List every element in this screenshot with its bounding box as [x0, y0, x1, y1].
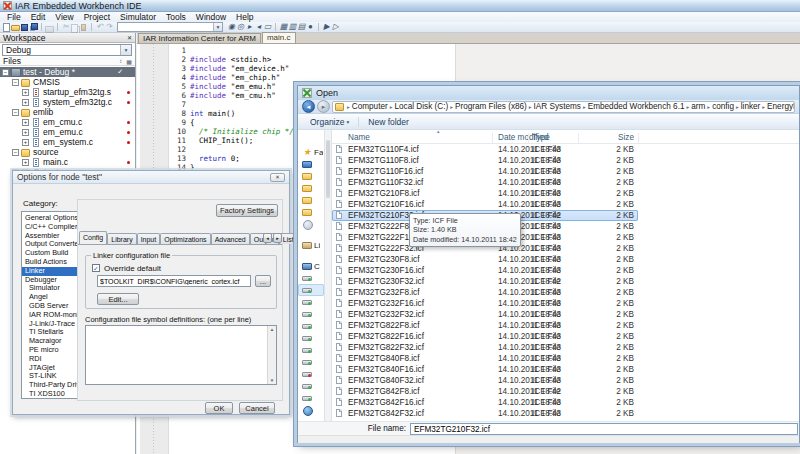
- expander-icon[interactable]: +: [22, 129, 29, 136]
- browse-button[interactable]: ...: [255, 275, 271, 287]
- debug-without-downloading-icon[interactable]: ▷: [331, 22, 340, 32]
- column-header-type[interactable]: Type: [532, 131, 550, 144]
- column-header-name[interactable]: Name: [348, 131, 370, 144]
- file-row[interactable]: EFM32TG842F32.icf 14.10.2011 18:43 ICF F…: [332, 408, 638, 419]
- scroll-down-icon[interactable]: ▼: [270, 378, 274, 383]
- downloads-item[interactable]: [298, 170, 324, 182]
- print-icon[interactable]: [45, 22, 54, 32]
- file-row[interactable]: EFM32TG822F8.icf 14.10.2011 18:43 ICF Fi…: [332, 320, 638, 331]
- tree-item[interactable]: + em_cmu.c: [0, 117, 135, 127]
- toolbar-search-combo[interactable]: ▼: [117, 22, 223, 32]
- file-name-input[interactable]: [410, 423, 798, 435]
- network-drive-item[interactable]: [298, 356, 324, 368]
- chevron-down-icon[interactable]: ▼: [120, 45, 131, 55]
- computer-item[interactable]: C: [298, 260, 324, 272]
- redo-icon[interactable]: ↷: [104, 22, 113, 32]
- toggle-breakpoint-icon[interactable]: ◉: [227, 22, 236, 32]
- options-tab[interactable]: Advanced: [211, 233, 250, 244]
- close-icon[interactable]: ✕: [127, 34, 132, 41]
- download-and-debug-icon[interactable]: ▶: [322, 22, 331, 32]
- breadcrumb-item[interactable]: Computer: [352, 102, 388, 111]
- file-row[interactable]: EFM32TG210F16.icf 14.10.2011 18:43 ICF F…: [332, 199, 638, 210]
- file-row[interactable]: EFM32TG232F16.icf 14.10.2011 18:43 ICF F…: [332, 298, 638, 309]
- cut-icon[interactable]: ✂: [61, 22, 70, 32]
- breadcrumb-item[interactable]: linker: [741, 102, 761, 111]
- tree-item[interactable]: + system_efm32tg.c: [0, 97, 135, 107]
- edit-button[interactable]: Edit...: [97, 293, 139, 305]
- new-document-icon[interactable]: [2, 22, 11, 32]
- compile-icon[interactable]: ▥: [288, 22, 297, 32]
- expander-icon[interactable]: +: [22, 89, 29, 96]
- open-file-icon[interactable]: [11, 22, 20, 32]
- file-row[interactable]: EFM32TG840F8.icf 14.10.2011 18:43 ICF Fi…: [332, 353, 638, 364]
- copy-icon[interactable]: [70, 22, 79, 32]
- category-item[interactable]: TI XDS100: [22, 390, 82, 399]
- symbol-definitions-textarea[interactable]: ▲ ▼: [85, 325, 277, 385]
- network-drive-item[interactable]: [298, 332, 324, 344]
- tree-item[interactable]: + main.c: [0, 157, 135, 167]
- file-row[interactable]: EFM32TG110F8.icf 14.10.2011 18:43 ICF Fi…: [332, 155, 638, 166]
- organize-button[interactable]: Organize ▾: [310, 117, 349, 127]
- file-row[interactable]: EFM32TG232F8.icf 14.10.2011 18:43 ICF Fi…: [332, 287, 638, 298]
- undo-icon[interactable]: ↶: [95, 22, 104, 32]
- expander-icon[interactable]: +: [22, 119, 29, 126]
- network-drive-item[interactable]: [298, 308, 324, 320]
- network-drive-item[interactable]: [298, 380, 324, 392]
- ok-button[interactable]: OK: [205, 402, 233, 414]
- close-icon[interactable]: ✕: [270, 173, 285, 182]
- file-row[interactable]: EFM32TG110F4.icf 14.10.2011 18:43 ICF Fi…: [332, 144, 638, 155]
- disconnected-drive-item[interactable]: [298, 368, 324, 380]
- network-drive-item[interactable]: [298, 320, 324, 332]
- expander-icon[interactable]: +: [22, 139, 29, 146]
- documents-item[interactable]: [298, 182, 324, 194]
- tree-item[interactable]: − test - Debug * ✓: [0, 67, 135, 77]
- pictures-item[interactable]: [298, 194, 324, 206]
- file-row[interactable]: EFM32TG822F16.icf 14.10.2011 18:43 ICF F…: [332, 331, 638, 342]
- recent-places-item[interactable]: [298, 218, 324, 230]
- factory-settings-button[interactable]: Factory Settings: [216, 204, 278, 217]
- menu-view[interactable]: View: [50, 12, 78, 22]
- breadcrumb-item[interactable]: arm: [691, 102, 705, 111]
- network-drive-item[interactable]: [298, 392, 324, 404]
- make-icon[interactable]: ▦: [279, 22, 288, 32]
- expander-icon[interactable]: +: [22, 99, 29, 106]
- network-drive-item[interactable]: [298, 284, 324, 296]
- network-item[interactable]: [298, 404, 324, 416]
- expander-icon[interactable]: −: [12, 109, 19, 116]
- file-row[interactable]: EFM32TG230F8.icf 14.10.2011 18:43 ICF Fi…: [332, 254, 638, 265]
- tab-information-center[interactable]: IAR Information Center for ARM: [138, 33, 261, 43]
- network-drive-item[interactable]: [298, 296, 324, 308]
- breadcrumb-item[interactable]: Local Disk (C:): [394, 102, 448, 111]
- options-tab[interactable]: Optimizations: [160, 233, 210, 244]
- tab-scroll-right-icon[interactable]: ▸: [273, 233, 282, 243]
- file-row[interactable]: EFM32TG822F32.icf 14.10.2011 18:43 ICF F…: [332, 342, 638, 353]
- columns-icon[interactable]: ▦: [126, 58, 132, 65]
- desktop-item[interactable]: [298, 158, 324, 170]
- file-row[interactable]: EFM32TG210F8.icf 14.10.2011 18:43 ICF Fi…: [332, 188, 638, 199]
- menu-simulator[interactable]: Simulator: [115, 12, 161, 22]
- build-all-icon[interactable]: ▤: [297, 22, 306, 32]
- breadcrumb-item[interactable]: Embedded Workbench 6.1: [588, 102, 685, 111]
- libraries-item[interactable]: Li: [298, 239, 324, 251]
- go-to-definition-icon[interactable]: ▭: [263, 22, 272, 32]
- expander-icon[interactable]: −: [12, 149, 19, 156]
- file-row[interactable]: EFM32TG840F32.icf 14.10.2011 18:43 ICF F…: [332, 375, 638, 386]
- breadcrumb-item[interactable]: config: [712, 102, 734, 111]
- tree-item[interactable]: + em_system.c: [0, 137, 135, 147]
- breadcrumb-item[interactable]: IAR Systems: [534, 102, 581, 111]
- breadcrumb-item[interactable]: Program Files (x86): [455, 102, 527, 111]
- file-row[interactable]: EFM32TG110F32.icf 14.10.2011 18:43 ICF F…: [332, 177, 638, 188]
- menu-project[interactable]: Project: [79, 12, 115, 22]
- tab-main-c[interactable]: main.c: [262, 32, 296, 43]
- menu-tools[interactable]: Tools: [161, 12, 191, 22]
- options-tab[interactable]: Input: [137, 233, 161, 244]
- file-row[interactable]: EFM32TG110F16.icf 14.10.2011 18:43 ICF F…: [332, 166, 638, 177]
- file-row[interactable]: EFM32TG230F32.icf 14.10.2011 18:42 ICF F…: [332, 276, 638, 287]
- file-row[interactable]: EFM32TG842F16.icf 14.10.2011 18:43 ICF F…: [332, 397, 638, 408]
- find-next-icon[interactable]: ▸: [245, 22, 254, 32]
- stop-build-icon[interactable]: ●: [306, 22, 315, 32]
- forward-button[interactable]: ►: [317, 100, 330, 113]
- local-disk-item[interactable]: [298, 272, 324, 284]
- override-default-checkbox[interactable]: ✓: [92, 264, 100, 272]
- build-config-select[interactable]: Debug ▼: [2, 44, 132, 56]
